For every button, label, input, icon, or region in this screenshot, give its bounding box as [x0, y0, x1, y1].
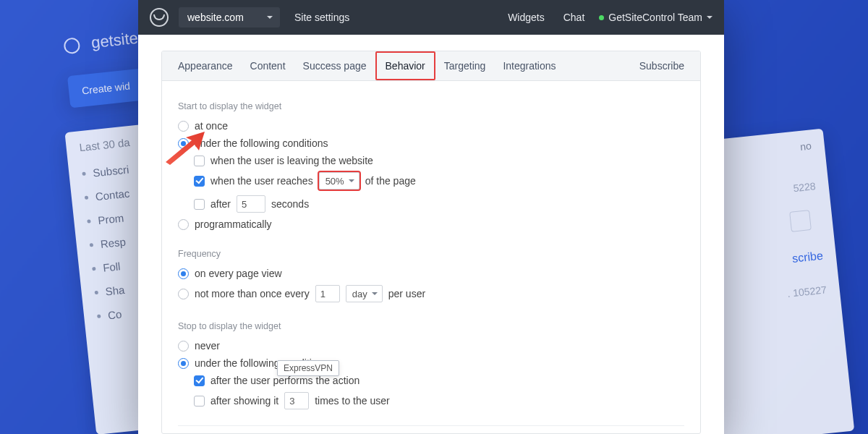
start-under-conditions[interactable]: under the following conditions [178, 135, 684, 152]
checkbox-icon [194, 396, 205, 407]
seconds-input[interactable] [237, 195, 265, 213]
section-stop-title: Stop to display the widget [178, 321, 684, 331]
checkbox-icon [194, 375, 205, 386]
start-at-once[interactable]: at once [178, 117, 684, 135]
trash-icon [789, 210, 812, 232]
tab-content[interactable]: Content [242, 51, 294, 80]
tab-appearance[interactable]: Appearance [169, 51, 242, 80]
radio-icon [178, 219, 189, 230]
start-programmatically[interactable]: programmatically [178, 216, 684, 233]
panel-body: Start to display the widget at once unde… [162, 81, 700, 433]
stop-after-action[interactable]: after the user performs the action [178, 372, 684, 389]
radio-icon [178, 289, 189, 299]
radio-icon [178, 358, 189, 369]
tab-behavior[interactable]: Behavior [375, 51, 435, 80]
site-dropdown[interactable]: website.com [179, 7, 280, 27]
stop-never[interactable]: never [178, 337, 684, 354]
logo-icon [150, 8, 169, 27]
settings-panel: Appearance Content Success page Behavior… [161, 51, 701, 434]
team-dropdown[interactable]: GetSiteControl Team [599, 12, 712, 23]
tabs: Appearance Content Success page Behavior… [162, 51, 700, 81]
tab-integrations[interactable]: Integrations [494, 51, 564, 80]
checkbox-icon [194, 176, 205, 187]
radio-icon [178, 268, 189, 279]
tooltip: ExpressVPN [277, 360, 339, 376]
freq-every-view[interactable]: on every page view [178, 265, 684, 282]
cond-after-seconds[interactable]: after seconds [178, 192, 684, 216]
section-start-title: Start to display the widget [178, 101, 684, 111]
checkbox-icon [194, 199, 205, 210]
stop-after-shows[interactable]: after showing it times to the user [178, 389, 684, 412]
freq-limit[interactable]: not more than once every day per user [178, 282, 684, 305]
freq-unit-dropdown[interactable]: day [346, 285, 383, 302]
status-dot-icon [599, 15, 604, 20]
stop-under-conditions[interactable]: under the following conditions [178, 354, 684, 372]
freq-count-input[interactable] [315, 285, 340, 302]
topbar: website.com Site settings Widgets Chat G… [138, 0, 724, 35]
scroll-percent-dropdown[interactable]: 50% [319, 172, 359, 190]
radio-icon [178, 341, 189, 352]
subscribe-link[interactable]: Subscribe [631, 51, 693, 80]
nav-widgets[interactable]: Widgets [503, 12, 549, 23]
section-freq-title: Frequency [178, 249, 684, 259]
show-count-input[interactable] [284, 392, 309, 409]
divider [178, 425, 684, 426]
cond-scroll-percent[interactable]: when the user reaches 50% of the page [178, 169, 684, 192]
cond-leaving[interactable]: when the user is leaving the website [178, 152, 684, 169]
annotation-arrow-icon [163, 130, 206, 166]
tab-success-page[interactable]: Success page [294, 51, 375, 80]
tab-targeting[interactable]: Targeting [435, 51, 495, 80]
site-settings-link[interactable]: Site settings [290, 12, 354, 23]
nav-chat[interactable]: Chat [559, 12, 590, 23]
settings-window: website.com Site settings Widgets Chat G… [138, 0, 724, 434]
